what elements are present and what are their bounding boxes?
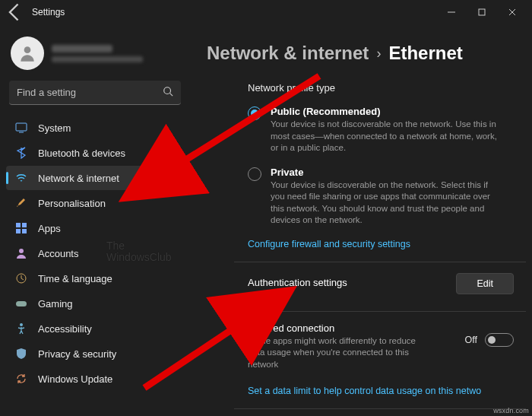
- wifi-icon: [15, 172, 27, 184]
- close-button[interactable]: [497, 2, 527, 23]
- search-input[interactable]: [9, 81, 181, 105]
- radio-desc: Your device is discoverable on the netwo…: [271, 179, 499, 227]
- sidebar-item-privacy[interactable]: Privacy & security: [6, 341, 184, 366]
- breadcrumb-parent[interactable]: Network & internet: [207, 43, 369, 64]
- toggle-state-label: Off: [465, 335, 477, 345]
- svg-rect-10: [16, 301, 27, 306]
- brush-icon: [15, 197, 27, 209]
- svg-rect-6: [16, 229, 21, 233]
- breadcrumb-current: Ethernet: [388, 43, 462, 64]
- svg-rect-5: [22, 223, 27, 227]
- row-title: Authentication settings: [248, 277, 447, 288]
- search-icon: [163, 86, 173, 100]
- sidebar-item-time[interactable]: Time & language: [6, 266, 184, 291]
- sidebar-item-accessibility[interactable]: Accessibility: [6, 316, 184, 341]
- sidebar-item-label: Bluetooth & devices: [38, 148, 125, 159]
- metered-toggle[interactable]: [485, 333, 514, 347]
- maximize-button[interactable]: [467, 2, 497, 23]
- sidebar-item-label: Gaming: [38, 298, 73, 310]
- back-button[interactable]: [5, 2, 26, 23]
- accessibility-icon: [15, 322, 27, 335]
- window-title: Settings: [32, 7, 65, 17]
- chevron-right-icon: ›: [376, 46, 381, 62]
- row-title: Metered connection: [248, 322, 456, 334]
- sidebar-item-accounts[interactable]: Accounts: [6, 241, 184, 265]
- firewall-link[interactable]: Configure firewall and security settings: [248, 239, 526, 249]
- avatar: [11, 37, 44, 70]
- update-icon: [15, 373, 27, 385]
- sidebar-item-personalisation[interactable]: Personalisation: [6, 191, 184, 215]
- source-credit: wsxdn.com: [493, 407, 529, 414]
- radio-icon[interactable]: [248, 167, 261, 181]
- profile-text: [52, 45, 143, 62]
- sidebar-item-apps[interactable]: Apps: [6, 216, 184, 240]
- gaming-icon: [15, 297, 27, 310]
- svg-rect-0: [479, 9, 485, 15]
- radio-title: Public (Recommended): [271, 106, 499, 117]
- sidebar-item-label: System: [38, 122, 71, 134]
- sidebar-item-label: Network & internet: [38, 173, 119, 184]
- svg-point-2: [164, 87, 171, 94]
- sidebar-item-gaming[interactable]: Gaming: [6, 291, 184, 316]
- system-icon: [15, 122, 27, 134]
- sidebar-item-label: Accounts: [38, 248, 78, 259]
- svg-point-11: [20, 323, 23, 326]
- shield-icon: [15, 348, 27, 360]
- edit-button[interactable]: Edit: [456, 273, 514, 294]
- svg-rect-7: [22, 229, 27, 233]
- section-title: Network profile type: [248, 82, 526, 94]
- sidebar-item-label: Personalisation: [38, 198, 106, 209]
- minimize-button[interactable]: [436, 2, 467, 23]
- sidebar-item-bluetooth[interactable]: Bluetooth & devices: [6, 141, 184, 165]
- metered-toggle-wrap: Off: [465, 333, 514, 347]
- accounts-icon: [15, 247, 27, 259]
- sidebar-item-label: Time & language: [38, 273, 112, 284]
- svg-point-1: [24, 46, 31, 53]
- sidebar-item-network[interactable]: Network & internet: [6, 166, 184, 190]
- data-limit-link[interactable]: Set a data limit to help control data us…: [248, 386, 526, 396]
- main-panel: Network & internet › Ethernet Network pr…: [190, 24, 532, 416]
- sidebar-item-label: Apps: [38, 223, 61, 234]
- network-profile-section: Network profile type Public (Recommended…: [207, 82, 526, 249]
- bluetooth-icon: [15, 147, 27, 159]
- apps-icon: [15, 222, 27, 234]
- ip-row[interactable]: IP assignment:: [207, 409, 526, 416]
- metered-row[interactable]: Metered connection Some apps might work …: [207, 312, 526, 382]
- radio-private[interactable]: Private Your device is discoverable on t…: [248, 167, 526, 227]
- radio-title: Private: [271, 167, 499, 178]
- auth-row[interactable]: Authentication settings Edit: [207, 262, 526, 305]
- sidebar: System Bluetooth & devices Network & int…: [0, 24, 190, 416]
- row-desc: Some apps might work differently to redu…: [248, 335, 423, 371]
- sidebar-item-label: Accessibility: [38, 323, 92, 335]
- profile-header[interactable]: [6, 33, 184, 81]
- sidebar-item-label: Privacy & security: [38, 348, 116, 360]
- radio-desc: Your device is not discoverable on the n…: [271, 119, 499, 154]
- clock-icon: [15, 272, 27, 284]
- breadcrumb: Network & internet › Ethernet: [207, 43, 526, 64]
- sidebar-item-label: Windows Update: [38, 373, 112, 385]
- sidebar-item-system[interactable]: System: [6, 116, 184, 140]
- svg-rect-3: [16, 123, 27, 131]
- nav-list: System Bluetooth & devices Network & int…: [6, 116, 184, 391]
- svg-rect-4: [16, 223, 21, 227]
- radio-public[interactable]: Public (Recommended) Your device is not …: [248, 106, 526, 154]
- search-wrap: [9, 81, 181, 105]
- sidebar-item-update[interactable]: Windows Update: [6, 367, 184, 391]
- title-bar: Settings: [0, 0, 532, 24]
- radio-icon[interactable]: [248, 106, 261, 120]
- svg-point-8: [19, 249, 24, 253]
